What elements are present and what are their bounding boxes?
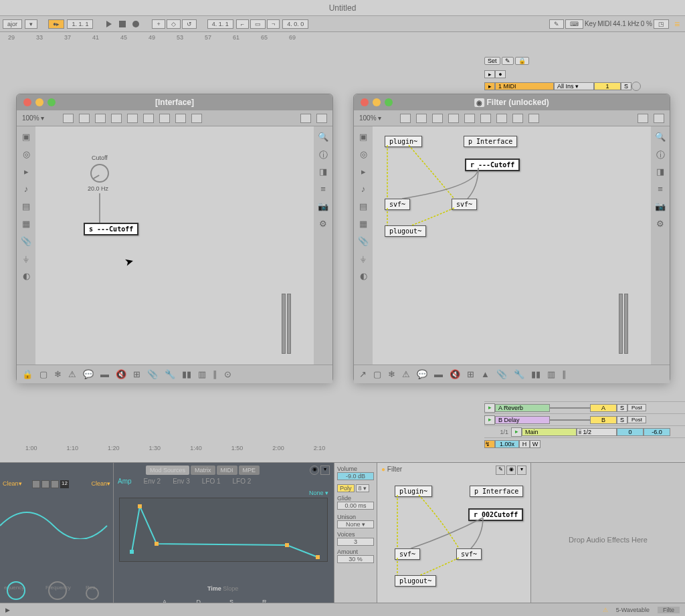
camera-icon[interactable]: 📷 [655,201,666,212]
info-icon[interactable]: ⓘ [318,149,328,160]
bars-icon[interactable]: ▥ [547,369,555,379]
toggle-tool-icon[interactable] [127,114,138,123]
target-icon[interactable]: ◎ [358,149,369,160]
format-icon[interactable] [300,114,311,123]
param-icon[interactable]: ◐ [21,271,31,282]
main-name[interactable]: Main [522,428,577,436]
arrow-icon[interactable]: ▸ [21,167,31,177]
status-filter[interactable]: Filte [658,607,680,613]
sliders-icon[interactable]: ⚙ [655,219,666,229]
osc-icon-3[interactable] [51,480,59,488]
object-tool-icon[interactable] [63,114,74,123]
box-icon[interactable]: ▣ [21,132,31,142]
main-volume[interactable]: -6.0 [644,428,670,436]
note-icon[interactable]: ♪ [21,184,31,195]
zoom-level-left[interactable]: 100% ▾ [22,114,44,122]
sliders-icon[interactable]: ⚙ [318,219,328,229]
play-icon[interactable]: ▶ [5,607,10,613]
view-icon[interactable]: ▢ [39,369,47,379]
sidebar-icon[interactable]: ◨ [318,167,328,177]
grid-icon[interactable]: ⊞ [133,369,140,379]
track-fold-icon[interactable]: ▸ [484,70,495,78]
piano-icon[interactable]: ▮▮ [182,369,191,379]
number-tool-icon[interactable] [143,114,154,123]
tab-mpe[interactable]: MPE [239,466,260,475]
loop-length[interactable]: 4. 0. 0 [282,19,308,29]
camera-icon[interactable]: 📷 [318,201,328,212]
keyboard-button[interactable]: ⌨ [565,19,583,29]
osc-icon-2[interactable] [41,480,50,488]
bars-icon[interactable]: ▥ [198,369,206,379]
benchmark-icon[interactable] [654,114,664,123]
slider-tool-icon[interactable] [159,114,170,123]
wavetable-osc-panel[interactable]: Clean▾ 12 Clean▾ 1 equency 0.5 kHz Frequ… [0,463,114,616]
grid-icon[interactable]: ⊞ [467,369,474,379]
toggle-tool-icon[interactable] [464,114,475,123]
menu-icon[interactable]: ≡ [672,19,682,29]
bang-tool-icon[interactable] [111,114,122,123]
max-window-filter[interactable]: ◉ Filter (unlocked) 100% ▾ ▣ ◎ ▸ ♪ ▤ ▦ 📎… [353,94,670,383]
freq-knob-2[interactable] [48,581,67,600]
image-icon[interactable]: ▦ [358,219,369,229]
mod-target[interactable]: None ▾ [309,490,328,496]
follow-icon[interactable]: ↯ [484,440,495,448]
message-tool-icon[interactable] [416,114,427,123]
time-ruler[interactable]: 1:001:10 1:201:30 1:401:50 2:002:10 [25,445,325,451]
interface-object[interactable]: p Interface [464,136,517,147]
link-indicator[interactable]: ●▸ [48,19,64,29]
return-a-send[interactable]: A [590,404,617,412]
amount-value[interactable]: 30 % [337,555,374,563]
drop-audio-effects[interactable]: Drop Audio Effects Here [531,463,685,616]
unison-value[interactable]: None ▾ [337,520,374,528]
lock-icon[interactable]: 🔒 [22,369,33,379]
chat-icon[interactable]: 💬 [417,369,427,379]
plugin-object[interactable]: plugin~ [385,136,422,147]
object-tool-icon[interactable] [400,114,411,123]
add-tool-icon[interactable] [528,114,539,123]
env-tab-env2[interactable]: Env 2 [144,478,161,485]
return-b-send[interactable]: B [590,416,617,424]
return-a-name[interactable]: A Reverb [495,404,550,412]
comment-tool-icon[interactable] [432,114,443,123]
save-patch-icon[interactable]: ◉ [506,466,516,475]
preset-list-icon[interactable]: ▾ [320,466,330,475]
tab-matrix[interactable]: Matrix [191,466,215,475]
osc-preset-1[interactable]: Clean▾ [3,480,22,487]
warn-icon[interactable]: ⚠ [68,369,76,379]
clip-icon[interactable]: 📎 [147,369,158,379]
snowflake-icon[interactable]: ❄ [54,369,62,379]
zoom-icon[interactable] [47,98,56,106]
env-tab-lfo1[interactable]: LFO 1 [202,478,221,485]
present-icon[interactable]: ▲ [481,369,490,379]
add-tool-icon[interactable] [191,114,202,123]
search-icon[interactable]: 🔍 [655,132,666,142]
loop-start[interactable]: 4. 1. 1 [207,19,233,29]
plug-icon[interactable]: ⏚ [358,253,369,264]
number-tool-icon[interactable] [480,114,491,123]
track-activator[interactable]: ● [495,70,506,78]
image-icon[interactable]: ▦ [21,219,31,229]
unlock-icon[interactable]: ↗ [359,369,367,379]
env-tab-env3[interactable]: Env 3 [173,478,190,485]
dial-tool-icon[interactable] [175,114,186,123]
half-button[interactable]: H [519,440,530,448]
osc-icon-1[interactable] [32,480,40,488]
layer-icon[interactable]: ▬ [100,369,109,379]
tab-midi[interactable]: MIDI [217,466,237,475]
send-object[interactable]: s ---Cutoff [84,223,138,235]
punch-out[interactable]: ¬ [267,19,280,29]
note-icon[interactable]: ♪ [358,184,369,195]
playback-rate[interactable]: 1.00x [495,440,519,448]
bar-ruler[interactable]: 2933 3741 4549 5357 6165 69 [0,32,685,43]
window-titlebar-right[interactable]: ◉ Filter (unlocked) [354,94,670,110]
automation-button[interactable]: ◇ [167,19,181,29]
punch-in[interactable]: ⌐ [236,19,249,29]
reenable-button[interactable]: ↺ [182,19,197,29]
return-a-routing[interactable] [550,407,590,409]
mute-icon[interactable]: 🔇 [116,369,126,379]
attach-icon[interactable]: 📎 [21,236,31,247]
message-tool-icon[interactable] [79,114,90,123]
return-b-solo[interactable]: S [617,416,627,424]
main-send[interactable]: 0 [617,428,644,436]
minimize-icon[interactable] [373,98,381,106]
